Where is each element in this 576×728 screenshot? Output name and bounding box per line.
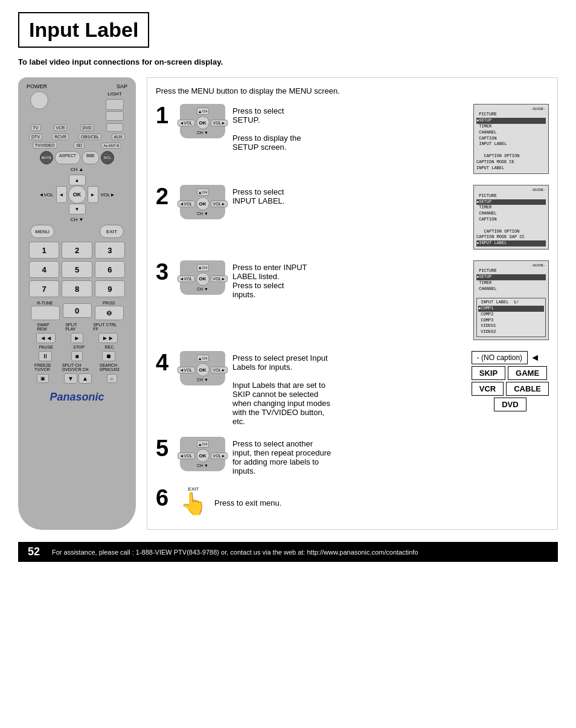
mini-ok-4[interactable]: OK	[196, 363, 210, 376]
screen-3: -GUIDE- PICTURE ●SETUP TIMER CHANNEL INP…	[473, 260, 549, 340]
step-4-remote: ▲CH ◄VOL OK VOL► CH ▼	[180, 351, 225, 385]
rcvr-button[interactable]: RCVR	[52, 134, 69, 140]
mini-vol-left-2[interactable]: ◄VOL	[178, 201, 195, 207]
num-1-button[interactable]: 1	[29, 242, 59, 259]
num-6-button[interactable]: 6	[95, 261, 125, 278]
tvvideo-button[interactable]: TV/VIDEO	[33, 142, 57, 149]
ch-down-btn[interactable]: ▼	[69, 204, 86, 214]
rew-button[interactable]: ◄◄	[36, 333, 56, 343]
mini-ok-3[interactable]: OK	[196, 272, 210, 286]
screen-2-caption2: CAPTION MODE SAP CC	[476, 234, 546, 240]
prog-button[interactable]: ⊖	[95, 306, 124, 320]
mini-vol-right-3[interactable]: VOL►	[211, 275, 228, 282]
ok-button[interactable]: OK	[68, 185, 86, 204]
aux-button[interactable]: AUX	[112, 134, 125, 140]
mini-vol-left-1[interactable]: ◄VOL	[178, 120, 195, 126]
extra-button[interactable]	[106, 123, 123, 132]
ch-up-btn[interactable]: ▲	[69, 175, 86, 185]
light-button[interactable]	[106, 111, 124, 121]
screen-2-option: CAPTION OPTION	[476, 229, 546, 235]
menu-button[interactable]: MENU	[30, 225, 54, 238]
cable-label: CABLE	[506, 382, 549, 396]
mini-ok-1[interactable]: OK	[196, 116, 210, 129]
step-3-row: 3 ▲CH ◄VOL OK VOL► CH ▼ Press to enter I…	[156, 260, 549, 340]
mini-vol-right-5[interactable]: VOL►	[211, 453, 228, 459]
tv-button[interactable]: TV	[31, 124, 41, 131]
mini-ch-up-4[interactable]: ▲CH	[197, 355, 209, 362]
num-3-button[interactable]: 3	[95, 242, 125, 259]
mini-vol-left-5[interactable]: ◄VOL	[178, 453, 195, 459]
dvd-row: DVD	[472, 398, 549, 411]
dtv-row: DTV RCVR OBS/CBL AUX	[24, 134, 130, 140]
antenna-button[interactable]: A⬥ANT-B	[101, 143, 121, 149]
screen-1-caption2: CAPTION MODE CE	[476, 159, 546, 166]
num-5-button[interactable]: 5	[62, 261, 92, 278]
num-2-button[interactable]: 2	[62, 242, 92, 259]
recall-button[interactable]: RCL	[101, 151, 114, 164]
page-container: Input Label To label video input connect…	[0, 0, 576, 728]
pause-button[interactable]: ⏸	[39, 351, 52, 361]
sap-label: SAP	[117, 83, 127, 89]
mini-ch-up-5[interactable]: ▲CH	[197, 440, 209, 448]
num-7-button[interactable]: 7	[29, 280, 59, 297]
tvvideo-row: TV/VIDEO SD A⬥ANT-B	[24, 142, 130, 149]
sd-button[interactable]: SD	[74, 142, 85, 149]
vcr-button[interactable]: VCR	[54, 124, 68, 131]
mini-ch-up-1[interactable]: ▲CH	[197, 108, 209, 115]
screen-1-line5: CAPTION	[476, 136, 546, 142]
rec-button[interactable]: ⏺	[102, 351, 115, 361]
sap-button[interactable]	[106, 99, 124, 110]
mini-vol-right-4[interactable]: VOL►	[211, 367, 228, 373]
split-down-button[interactable]: ▼	[64, 373, 77, 384]
power-button[interactable]	[30, 91, 48, 109]
screen-1-option: CAPTION OPTION	[476, 153, 546, 159]
vol-right-btn[interactable]: ►	[88, 186, 98, 203]
num-4-button[interactable]: 4	[29, 261, 59, 278]
mute-button[interactable]: MUTE	[40, 151, 53, 164]
mini-vol-ok-5: ◄VOL OK VOL►	[178, 449, 228, 462]
remote-top-labels: POWER SAP	[24, 83, 130, 89]
mini-ok-5[interactable]: OK	[196, 449, 210, 462]
pause-stop-rec-labels: PAUSE STOP REC.	[29, 345, 125, 349]
prog-col: PROG ⊖	[95, 301, 124, 320]
play-button[interactable]: ►	[71, 333, 84, 343]
obs-cbl-button[interactable]: OBS/CBL	[78, 134, 101, 140]
exit-hand-icon: 👆	[180, 493, 207, 515]
dpad-top-row: ▲	[69, 175, 86, 185]
dtv-button[interactable]: DTV	[29, 134, 42, 140]
stop-button[interactable]: ■	[71, 351, 82, 361]
split-up-button[interactable]: ▲	[78, 373, 92, 384]
mini-ok-2[interactable]: OK	[196, 197, 210, 210]
vol-left-btn[interactable]: ◄	[56, 186, 67, 203]
mini-vol-right-2[interactable]: VOL►	[211, 201, 228, 207]
no-caption-row: - (NO caption) ◄	[472, 351, 549, 364]
dvd-label: DVD	[494, 398, 526, 411]
freeze-button[interactable]: ▣	[37, 374, 49, 383]
mini-vol-right-1[interactable]: VOL►	[211, 120, 228, 126]
skip-label: SKIP	[472, 366, 505, 380]
screen-3-comp2: COMP2	[478, 312, 544, 318]
num-9-button[interactable]: 9	[95, 280, 125, 297]
exit-button[interactable]: EXIT	[100, 225, 124, 238]
no-caption-label: - (NO caption)	[472, 351, 528, 364]
pause-label: PAUSE	[39, 345, 53, 349]
bbe-button[interactable]: BBE	[82, 151, 99, 164]
ff-button[interactable]: ►►	[98, 333, 118, 343]
mini-ch-up-2[interactable]: ▲CH	[197, 188, 209, 196]
mini-ch-up-3[interactable]: ▲CH	[197, 264, 209, 271]
rtune-label: R-TUNE	[37, 301, 53, 305]
mini-ch-down-label-5: CH ▼	[197, 463, 208, 468]
screen-3-line1: PICTURE	[476, 268, 546, 274]
page-title: Input Label	[29, 18, 138, 41]
mini-vol-left-3[interactable]: ◄VOL	[178, 275, 195, 282]
search-button[interactable]: ⌕	[107, 374, 117, 383]
screen-3-guide: -GUIDE-	[476, 263, 546, 268]
num-0-button[interactable]: 0	[63, 303, 92, 318]
mini-ch-down-label-4: CH ▼	[197, 378, 208, 382]
screen-3-input-box: INPUT LABEL 1/ ●COMP1 COMP2 COMP3 VIDEO1…	[476, 298, 546, 337]
rtune-button[interactable]	[31, 306, 60, 320]
num-8-button[interactable]: 8	[62, 280, 92, 297]
dvd-button[interactable]: DVD	[80, 124, 94, 131]
mini-vol-left-4[interactable]: ◄VOL	[178, 367, 195, 373]
aspect-button[interactable]: ASPECT	[55, 151, 80, 164]
